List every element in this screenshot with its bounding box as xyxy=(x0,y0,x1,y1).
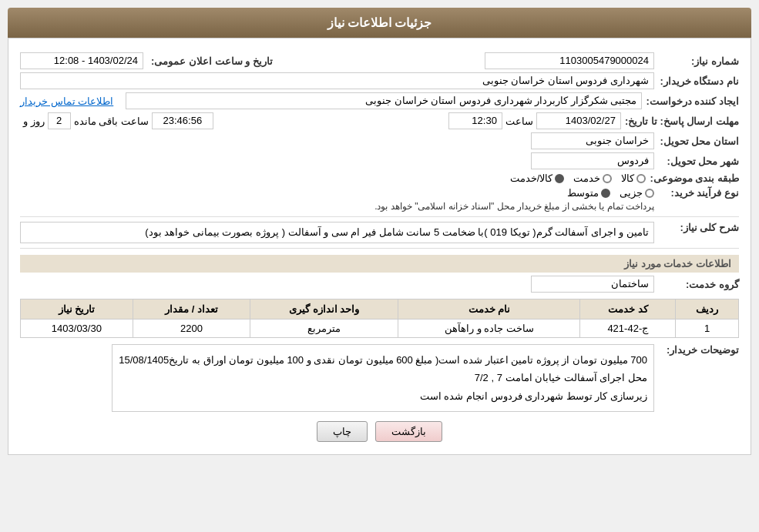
cell-date: 1403/03/30 xyxy=(21,320,133,338)
buyer-org-value: شهرداری فردوس استان خراسان جنوبی xyxy=(20,72,654,89)
province-value: خراسان جنوبی xyxy=(531,132,654,149)
need-number-label: شماره نیاز: xyxy=(654,55,739,67)
time-label: ساعت xyxy=(505,115,533,127)
cell-row: 1 xyxy=(676,320,739,338)
description-label: شرح کلی نیاز: xyxy=(654,222,739,233)
radio-kala xyxy=(636,174,646,183)
purchase-note: پرداخت تمام یا بخشی از مبلغ خریدار محل "… xyxy=(20,201,654,212)
radio-motavasset xyxy=(601,189,610,198)
cell-quantity: 2200 xyxy=(133,320,250,338)
page-title: جزئیات اطلاعات نیاز xyxy=(327,16,432,29)
service-group-value: ساختمان xyxy=(531,276,654,293)
announcement-label: تاریخ و ساعت اعلان عمومی: xyxy=(147,55,273,67)
table-row: 1 ج-42-421 ساخت جاده و راهآهن مترمربع 22… xyxy=(21,320,739,338)
response-deadline-label: مهلت ارسال پاسخ: تا تاریخ: xyxy=(621,115,739,127)
print-button[interactable]: چاپ xyxy=(317,421,368,442)
radio-khedmat xyxy=(603,174,612,183)
buyer-notes-value: 700 میلیون تومان از پروژه تامین اعتبار ش… xyxy=(112,344,654,412)
creator-value: مجتبی شکرگزار کاربردار شهرداری فردوس است… xyxy=(126,92,642,109)
col-date: تاریخ نیاز xyxy=(21,299,133,320)
province-label: استان محل تحویل: xyxy=(654,136,739,147)
col-row: ردیف xyxy=(676,299,739,320)
purchase-type-radio-group: جزیی متوسط xyxy=(20,187,654,199)
deadline-date-value: 1403/02/27 xyxy=(536,112,621,129)
cell-service-name: ساخت جاده و راهآهن xyxy=(398,320,580,338)
purchase-type-label: نوع فرآیند خرید: xyxy=(654,187,739,199)
city-label: شهر محل تحویل: xyxy=(654,156,739,167)
purchase-jozi-label: جزیی xyxy=(620,187,643,199)
purchase-motavasset: متوسط xyxy=(567,187,610,199)
category-option-3: کالا/خدمت xyxy=(510,172,565,184)
services-table: ردیف کد خدمت نام خدمت واحد اندازه گیری ت… xyxy=(20,299,739,338)
cell-unit: مترمربع xyxy=(250,320,398,338)
category-option-1: کالا xyxy=(621,172,646,184)
buyer-notes-label: توضیحات خریدار: xyxy=(654,344,739,356)
category-option-2: خدمت xyxy=(573,172,612,184)
category-label: طبقه بندی موضوعی: xyxy=(646,172,739,184)
category-khedmat-label: خدمت xyxy=(573,172,600,184)
purchase-jozi: جزیی xyxy=(620,187,654,199)
day-value: 2 xyxy=(48,112,71,129)
description-value: تامین و اجرای آسفالت گرم( تویکا 019 )با … xyxy=(20,222,654,243)
announcement-value: 1403/02/24 - 12:08 xyxy=(20,52,143,69)
back-button[interactable]: بازگشت xyxy=(375,421,442,442)
need-number-value: 1103005479000024 xyxy=(485,52,654,69)
purchase-motavasset-label: متوسط xyxy=(567,187,599,199)
col-unit: واحد اندازه گیری xyxy=(250,299,398,320)
action-buttons: بازگشت چاپ xyxy=(20,421,739,442)
service-group-label: گروه خدمت: xyxy=(654,279,739,290)
category-radio-group: کالا خدمت کالا/خدمت xyxy=(510,172,646,184)
col-quantity: تعداد / مقدار xyxy=(133,299,250,320)
category-kala-khedmat-label: کالا/خدمت xyxy=(510,172,553,184)
creator-label: ایجاد کننده درخواست: xyxy=(642,95,739,107)
category-kala-label: کالا xyxy=(621,172,634,184)
col-service-code: کد خدمت xyxy=(580,299,676,320)
buyer-org-label: نام دستگاه خریدار: xyxy=(654,75,739,87)
creator-link[interactable]: اطلاعات تماس خریدار xyxy=(20,95,113,107)
col-service-name: نام خدمت xyxy=(398,299,580,320)
remaining-value: 23:46:56 xyxy=(152,112,213,129)
day-label: روز و xyxy=(23,115,45,127)
page-header: جزئیات اطلاعات نیاز xyxy=(8,8,751,38)
radio-jozi xyxy=(645,189,654,198)
radio-kala-khedmat xyxy=(555,174,564,183)
city-value: فردوس xyxy=(531,152,654,169)
cell-service-code: ج-42-421 xyxy=(580,320,676,338)
remaining-label: ساعت باقی مانده xyxy=(74,115,149,127)
deadline-time-value: 12:30 xyxy=(448,112,502,129)
services-info-title: اطلاعات خدمات مورد نیاز xyxy=(20,255,739,273)
